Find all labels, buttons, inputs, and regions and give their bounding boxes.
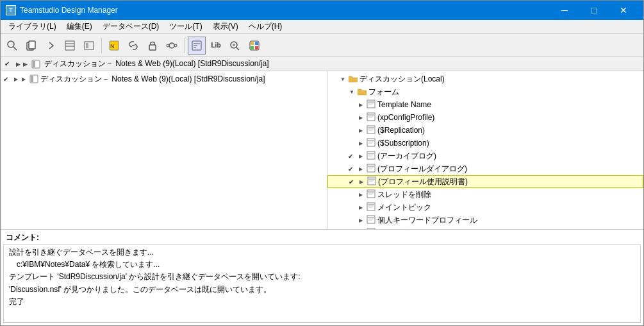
item-expand[interactable]: ▶: [357, 139, 365, 147]
left-root-expand1[interactable]: ▶: [12, 75, 20, 83]
bottom-label: コメント:: [1, 230, 643, 244]
svg-rect-46: [367, 139, 375, 146]
right-forms-arrow[interactable]: ▼: [348, 88, 356, 96]
menu-database-label: データベース(D): [103, 21, 160, 32]
right-tree-item[interactable]: ▶スレッドを削除: [327, 188, 643, 201]
right-tree-root[interactable]: ▼ ディスカッション(Local): [327, 73, 643, 85]
toolbar-btn-5[interactable]: [80, 37, 98, 55]
maximize-button[interactable]: □: [579, 1, 609, 20]
svg-rect-33: [31, 76, 33, 82]
app-icon: T: [6, 5, 16, 15]
item-expand[interactable]: ▶: [357, 114, 365, 121]
left-root-expand2[interactable]: ▶: [20, 75, 28, 83]
item-checkmark: ✔: [348, 166, 357, 173]
toolbar-btn-design[interactable]: [188, 37, 206, 55]
content-area: ✔ ▶ ▶ ディスカッション－ Notes & Web (9)(Local) […: [1, 57, 643, 325]
menu-library[interactable]: ライブラリ(L): [3, 20, 62, 34]
menu-help[interactable]: ヘルプ(H): [244, 20, 288, 34]
toolbar-btn-1[interactable]: [3, 37, 21, 55]
right-forms-folder-icon: [357, 87, 367, 96]
item-expand[interactable]: ▶: [357, 152, 365, 160]
form-icon: [367, 202, 376, 213]
right-tree-item[interactable]: ✔▶(アーカイブログ): [327, 150, 643, 162]
menu-view[interactable]: 表示(V): [208, 20, 244, 34]
right-tree-item[interactable]: ✔▶(プロフィールダイアログ): [327, 162, 643, 175]
toolbar-btn-7[interactable]: [124, 37, 142, 55]
right-tree-item[interactable]: ▶($Subscription): [327, 137, 643, 150]
form-icon: [367, 164, 376, 175]
right-tree-item[interactable]: ▶($Replication): [327, 124, 643, 137]
breadcrumb-checkmark: ✔: [4, 60, 13, 67]
svg-rect-34: [367, 100, 375, 108]
right-root-arrow[interactable]: ▼: [339, 75, 347, 83]
left-tree[interactable]: ✔ ▶ ▶ ディスカッション－ Notes & Web (9)(Local) […: [1, 71, 327, 229]
right-tree[interactable]: ▼ ディスカッション(Local) ▼ フォー: [327, 71, 643, 229]
form-icon: [367, 99, 376, 110]
svg-rect-58: [368, 177, 376, 185]
toolbar-btn-3[interactable]: [42, 37, 60, 55]
item-expand[interactable]: ▶: [357, 126, 365, 134]
panels-row: ✔ ▶ ▶ ディスカッション－ Notes & Web (9)(Local) […: [1, 71, 643, 229]
breadcrumb-arrow1: ▶: [16, 61, 21, 67]
app-window: T Teamstudio Design Manager ─ □ ✕ ライブラリ(…: [0, 0, 644, 326]
form-icon: [367, 215, 376, 226]
left-tree-root[interactable]: ✔ ▶ ▶ ディスカッション－ Notes & Web (9)(Local) […: [1, 73, 327, 85]
right-tree-item[interactable]: ▶メイントピック: [327, 201, 643, 214]
svg-rect-4: [65, 41, 74, 50]
item-expand[interactable]: ▶: [357, 101, 365, 108]
svg-rect-26: [251, 42, 254, 45]
svg-rect-27: [255, 42, 258, 45]
toolbar-btn-2[interactable]: [22, 37, 40, 55]
right-tree-item[interactable]: ▶Template Name: [327, 98, 643, 111]
form-icon: [367, 138, 376, 149]
menu-database[interactable]: データベース(D): [97, 20, 165, 34]
toolbar-btn-8[interactable]: [144, 37, 161, 55]
right-tree-item[interactable]: ▶(xpConfigProfile): [327, 111, 643, 124]
toolbar-btn-4[interactable]: [61, 37, 79, 55]
item-expand[interactable]: ▶: [357, 216, 365, 224]
close-button[interactable]: ✕: [609, 1, 638, 20]
item-expand[interactable]: ▶: [358, 178, 365, 185]
left-root-db-icon: [29, 74, 39, 83]
item-label: メイントピック: [377, 202, 431, 213]
svg-rect-3: [29, 41, 35, 49]
title-bar-controls: ─ □ ✕: [550, 1, 638, 20]
svg-rect-8: [86, 43, 88, 48]
right-forms-folder[interactable]: ▼ フォーム: [327, 85, 643, 98]
toolbar-separator-2: [184, 38, 185, 53]
menu-view-label: 表示(V): [213, 21, 238, 32]
bottom-content[interactable]: 設計を引き継ぐデータベースを開きます... c:¥IBM¥Notes¥Data¥…: [3, 244, 641, 323]
menu-edit-label: 編集(E): [67, 21, 92, 32]
right-tree-item[interactable]: ▶個人キーワードプロフィール: [327, 214, 643, 227]
minimize-button[interactable]: ─: [550, 1, 579, 20]
toolbar-btn-palette[interactable]: [245, 37, 263, 55]
item-checkmark: ✔: [348, 153, 357, 160]
window-title: Teamstudio Design Manager: [20, 6, 118, 15]
item-expand[interactable]: ▶: [357, 165, 365, 173]
left-root-label: ディスカッション－ Notes & Web (9)(Local) [StdR9D…: [40, 74, 265, 85]
toolbar-btn-lib[interactable]: Lib: [207, 37, 225, 55]
toolbar-btn-6[interactable]: N: [105, 37, 123, 55]
svg-text:N: N: [110, 43, 115, 49]
right-forms-label: フォーム: [368, 87, 399, 98]
form-icon: [367, 125, 376, 136]
breadcrumb-arrow2: ▶: [23, 61, 28, 67]
right-tree-item[interactable]: ✔▶(プロフィール使用説明書): [327, 175, 643, 188]
form-icon: [367, 151, 376, 162]
form-icon: [367, 112, 376, 123]
right-tree-items: ▶Template Name▶(xpConfigProfile)▶($Repli…: [327, 98, 643, 229]
svg-point-13: [169, 43, 174, 48]
svg-rect-42: [367, 126, 375, 133]
svg-line-1: [13, 47, 17, 50]
left-panel: ✔ ▶ ▶ ディスカッション－ Notes & Web (9)(Local) […: [1, 71, 327, 229]
toolbar-btn-zoom[interactable]: [226, 37, 244, 55]
menu-bar: ライブラリ(L) 編集(E) データベース(D) ツール(T) 表示(V) ヘル…: [1, 20, 643, 34]
svg-rect-54: [367, 164, 375, 172]
menu-edit[interactable]: 編集(E): [62, 20, 97, 34]
left-root-check: ✔: [3, 76, 12, 83]
item-expand[interactable]: ▶: [357, 203, 365, 211]
item-label: スレッドを削除: [377, 189, 431, 200]
item-expand[interactable]: ▶: [357, 191, 365, 198]
menu-tools[interactable]: ツール(T): [164, 20, 207, 34]
toolbar-btn-9[interactable]: [163, 37, 181, 55]
